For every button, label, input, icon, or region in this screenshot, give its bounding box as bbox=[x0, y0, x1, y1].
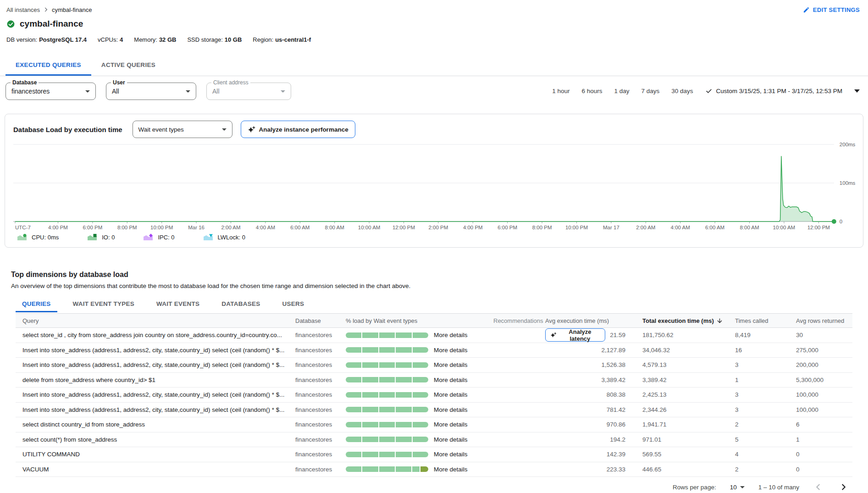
table-row[interactable]: select count(*) from store_addressfinanc… bbox=[16, 432, 852, 448]
analyze-latency-label: Analyze latency bbox=[560, 328, 601, 342]
more-details-link[interactable]: More details bbox=[434, 361, 468, 368]
column-header-times-called[interactable]: Times called bbox=[735, 317, 796, 324]
meta-label: Region: bbox=[253, 36, 273, 43]
meta-value: 10 GB bbox=[225, 36, 242, 43]
more-details-link[interactable]: More details bbox=[434, 391, 468, 398]
main-tabs: EXECUTED QUERIESACTIVE QUERIES bbox=[0, 55, 868, 76]
more-details-link[interactable]: More details bbox=[434, 421, 468, 428]
more-details-link[interactable]: More details bbox=[434, 436, 468, 443]
column-header-load[interactable]: % load by Wait event types bbox=[346, 317, 493, 324]
client-address-filter-label: Client address bbox=[211, 79, 250, 86]
load-bar-segment bbox=[362, 362, 378, 368]
analyze-latency-button[interactable]: Analyze latency bbox=[545, 328, 605, 342]
legend-item-ipc[interactable]: IPC: 0 bbox=[143, 233, 174, 241]
user-filter-select[interactable]: User All bbox=[106, 83, 196, 100]
avg-rows-cell: 200,000 bbox=[796, 361, 852, 368]
load-chart[interactable]: UTC-74:00 PM6:00 PM8:00 PM10:00 PMMar 16… bbox=[13, 140, 855, 233]
load-cell: More details bbox=[346, 406, 493, 413]
load-bar bbox=[346, 377, 428, 382]
column-header-avg-execution-time[interactable]: Avg execution time (ms) bbox=[545, 317, 625, 324]
more-details-link[interactable]: More details bbox=[434, 332, 468, 338]
meta-label: vCPUs: bbox=[98, 36, 118, 43]
total-execution-time-cell: 3,389.42 bbox=[625, 377, 735, 383]
time-range-option-30-days[interactable]: 30 days bbox=[671, 88, 693, 94]
table-row[interactable]: Insert into store_address (address1, add… bbox=[16, 358, 852, 373]
table-row[interactable]: select distinct country_id from store_ad… bbox=[16, 417, 852, 432]
column-header-total-execution-time[interactable]: Total execution time (ms) bbox=[625, 317, 735, 324]
legend-item-cpu[interactable]: CPU: 0ms bbox=[17, 233, 59, 241]
square-marker-icon bbox=[87, 233, 97, 241]
more-details-link[interactable]: More details bbox=[434, 347, 468, 354]
time-range-option-1-hour[interactable]: 1 hour bbox=[552, 88, 569, 94]
load-bar-segment bbox=[413, 347, 428, 353]
time-range-option-6-hours[interactable]: 6 hours bbox=[581, 88, 602, 94]
avg-execution-time-cell: 2,127.89 bbox=[545, 347, 625, 354]
time-range-dropdown-icon[interactable] bbox=[854, 89, 860, 93]
legend-item-io[interactable]: IO: 0 bbox=[87, 233, 115, 241]
breadcrumb-all-instances[interactable]: All instances bbox=[6, 6, 40, 13]
column-header-database[interactable]: Database bbox=[295, 317, 346, 324]
database-filter-select[interactable]: Database financestores bbox=[6, 83, 96, 100]
tab-executed-queries[interactable]: EXECUTED QUERIES bbox=[6, 55, 91, 76]
load-bar-segment bbox=[346, 377, 361, 382]
legend-item-lwlock[interactable]: LWLock: 0 bbox=[203, 233, 245, 241]
svg-text:Mar 17: Mar 17 bbox=[603, 225, 619, 230]
load-bar-segment bbox=[379, 437, 395, 442]
dimension-tab-queries[interactable]: QUERIES bbox=[16, 297, 57, 312]
svg-text:12:00 PM: 12:00 PM bbox=[807, 225, 830, 230]
load-bar-segment bbox=[413, 332, 428, 338]
dimension-tab-wait-events[interactable]: WAIT EVENTS bbox=[150, 297, 206, 312]
more-details-link[interactable]: More details bbox=[434, 466, 468, 473]
svg-text:4:00 AM: 4:00 AM bbox=[256, 225, 275, 230]
table-row[interactable]: UTILITY COMMANDfinancestoresMore details… bbox=[16, 447, 852, 462]
breadcrumb: All instances cymbal-finance bbox=[6, 6, 92, 13]
column-header-avg-rows[interactable]: Avg rows returned bbox=[796, 317, 852, 324]
avg-rows-cell: 100,000 bbox=[796, 391, 852, 398]
dimension-tab-databases[interactable]: DATABASES bbox=[215, 297, 266, 312]
dimension-tab-wait-event-types[interactable]: WAIT EVENT TYPES bbox=[66, 297, 141, 312]
table-row[interactable]: delete from store_address where country_… bbox=[16, 373, 852, 388]
table-row[interactable]: Insert into store_address (address1, add… bbox=[16, 388, 852, 403]
column-header-query[interactable]: Query bbox=[16, 317, 295, 324]
table-row[interactable]: Insert into store_address (address1, add… bbox=[16, 403, 852, 418]
times-called-cell: 2 bbox=[735, 466, 796, 473]
query-cell: select store_id , city from store_addres… bbox=[16, 332, 295, 338]
time-range-option-7-days[interactable]: 7 days bbox=[641, 88, 660, 94]
tab-active-queries[interactable]: ACTIVE QUERIES bbox=[91, 55, 166, 76]
meta-label: Memory: bbox=[134, 36, 157, 43]
more-details-link[interactable]: More details bbox=[434, 406, 468, 413]
table-row[interactable]: select store_id , city from store_addres… bbox=[16, 328, 852, 343]
healthy-check-icon bbox=[6, 20, 15, 28]
svg-text:12:00 PM: 12:00 PM bbox=[393, 225, 415, 230]
legend-label: IO: 0 bbox=[102, 234, 115, 241]
column-header-recommendations[interactable]: Recommendations bbox=[493, 317, 545, 324]
svg-text:0: 0 bbox=[840, 219, 842, 224]
previous-page-button[interactable] bbox=[813, 482, 824, 493]
avg-ms-value: 1,526.38 bbox=[601, 361, 625, 368]
dimension-tab-users[interactable]: USERS bbox=[276, 297, 311, 312]
time-range-custom[interactable]: Custom 3/15/25, 1:31 PM - 3/17/25, 12:53… bbox=[705, 87, 842, 94]
more-details-link[interactable]: More details bbox=[434, 377, 468, 383]
user-filter-value: All bbox=[112, 88, 119, 95]
avg-execution-time-cell: 1,526.38 bbox=[545, 361, 625, 368]
rows-per-page-select[interactable]: 10 bbox=[730, 484, 745, 491]
dimension-select[interactable]: Wait event types bbox=[133, 121, 232, 138]
avg-ms-value: 781.42 bbox=[607, 406, 625, 413]
analyze-instance-performance-button[interactable]: Analyze instance performance bbox=[241, 121, 355, 138]
load-bar-segment bbox=[396, 466, 411, 472]
next-page-button[interactable] bbox=[838, 482, 849, 493]
load-cell: More details bbox=[346, 332, 493, 338]
time-range-option-1-day[interactable]: 1 day bbox=[614, 88, 629, 94]
table-row[interactable]: Insert into store_address (address1, add… bbox=[16, 343, 852, 358]
total-execution-time-cell: 2,344.26 bbox=[625, 406, 735, 413]
load-bar bbox=[346, 362, 428, 368]
more-details-link[interactable]: More details bbox=[434, 451, 468, 458]
table-row[interactable]: VACUUMfinancestoresMore details223.33446… bbox=[16, 462, 852, 477]
dimension-tabs: QUERIESWAIT EVENT TYPESWAIT EVENTSDATABA… bbox=[16, 297, 868, 312]
database-load-card: Database Load by execution time Wait eve… bbox=[5, 114, 863, 248]
load-bar-segment bbox=[413, 452, 428, 457]
triangle-down-marker-icon bbox=[203, 233, 213, 241]
edit-settings-button[interactable]: EDIT SETTINGS bbox=[803, 6, 860, 13]
load-bar-segment bbox=[346, 437, 361, 442]
svg-text:8:00 AM: 8:00 AM bbox=[740, 225, 759, 230]
